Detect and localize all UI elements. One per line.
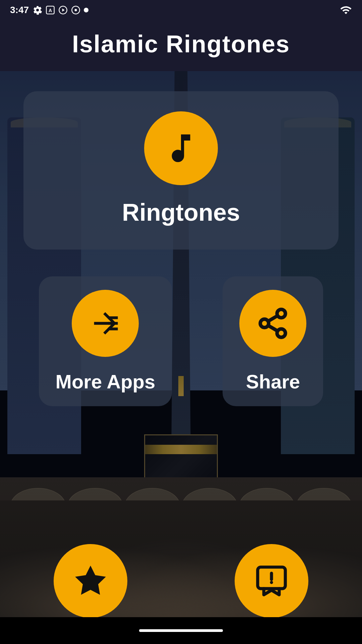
share-icon (256, 307, 290, 340)
svg-text:A: A (49, 8, 52, 13)
more-apps-button[interactable] (72, 290, 139, 357)
status-right (340, 4, 352, 16)
ringtones-label: Ringtones (122, 199, 240, 226)
status-icons-group: A (33, 5, 88, 15)
share-card[interactable]: Share (223, 276, 323, 406)
content-overlay: Ringtones More Apps (0, 71, 362, 644)
time-display: 3:47 (10, 5, 29, 15)
bottom-nav (0, 617, 362, 644)
more-apps-card[interactable]: More Apps (39, 276, 172, 406)
feedback-button[interactable] (235, 544, 308, 618)
status-bar: 3:47 A (0, 0, 362, 20)
bottom-floating-row (0, 544, 362, 618)
feedback-icon (253, 562, 290, 599)
more-apps-item[interactable]: More Apps (39, 276, 172, 406)
svg-line-12 (268, 325, 278, 331)
dot-icon (84, 8, 88, 12)
music-note-icon (163, 130, 199, 167)
bottom-row: More Apps Shar (13, 276, 349, 406)
share-button[interactable] (239, 290, 306, 357)
more-apps-label: More Apps (56, 370, 156, 393)
svg-marker-3 (62, 8, 65, 11)
settings-icon (71, 5, 80, 15)
ringtones-button[interactable] (144, 111, 218, 185)
play-icon (58, 5, 68, 15)
home-indicator (139, 629, 223, 632)
ringtones-card[interactable]: Ringtones (23, 91, 339, 250)
svg-line-13 (268, 316, 278, 321)
app-header: Islamic Ringtones (0, 20, 362, 71)
svg-point-4 (75, 9, 77, 11)
share-item[interactable]: Share (223, 276, 323, 406)
gear-icon (33, 5, 42, 15)
svg-point-5 (84, 8, 88, 12)
status-time-group: 3:47 A (10, 5, 88, 15)
page-title: Islamic Ringtones (7, 30, 355, 58)
signal-icon (340, 4, 352, 16)
star-icon (72, 562, 109, 599)
share-label: Share (246, 370, 300, 393)
svg-marker-14 (75, 566, 106, 595)
main-content: Ringtones More Apps (0, 71, 362, 644)
more-apps-icon (88, 307, 122, 340)
a-icon: A (46, 5, 55, 15)
favorite-button[interactable] (54, 544, 127, 618)
